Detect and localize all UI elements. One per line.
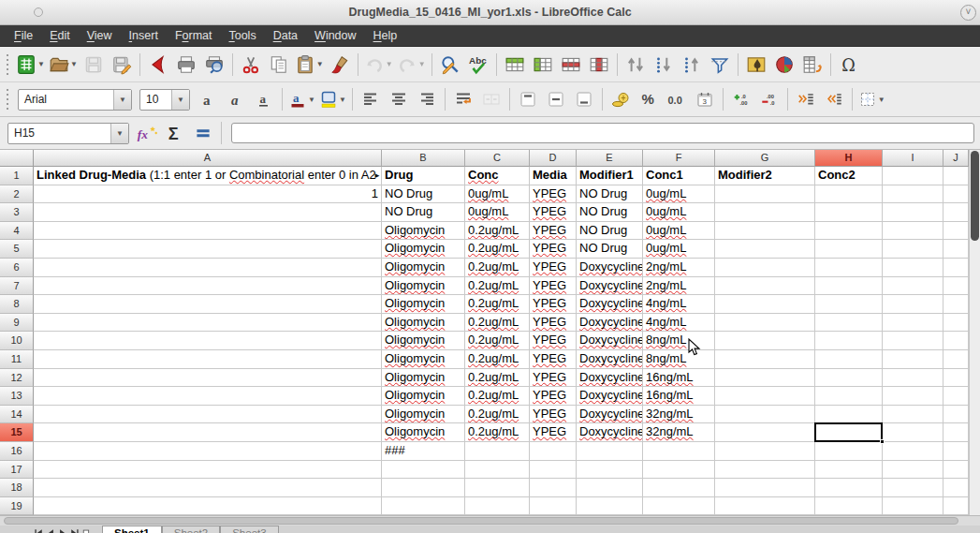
cell-A18[interactable] [34, 479, 382, 497]
cell-D6[interactable]: YPEG [530, 259, 577, 277]
align-right-icon[interactable] [414, 85, 440, 113]
cell-D11[interactable]: YPEG [530, 350, 577, 369]
cell-D14[interactable]: YPEG [530, 406, 577, 424]
cell-J4[interactable] [943, 222, 969, 241]
cell-A4[interactable] [34, 222, 382, 241]
row-header-3[interactable]: 3 [0, 203, 34, 222]
cell-F14[interactable]: 32ng/mL [643, 406, 715, 424]
insert-column-icon[interactable] [530, 51, 556, 79]
cell-G15[interactable] [715, 423, 815, 442]
cell-H8[interactable] [815, 295, 883, 314]
cell-I14[interactable] [883, 406, 943, 424]
copy-icon[interactable] [266, 51, 292, 79]
insert-chart-icon[interactable] [771, 51, 797, 79]
cell-I12[interactable] [883, 369, 943, 388]
row-header-11[interactable]: 11 [0, 350, 34, 369]
cell-A8[interactable] [34, 295, 382, 314]
menu-file[interactable]: File [6, 26, 41, 45]
cell-B11[interactable]: Oligomycin [382, 350, 465, 369]
row-header-13[interactable]: 13 [0, 387, 34, 406]
cell-D1[interactable]: Media [530, 167, 577, 185]
cell-B17[interactable] [382, 461, 465, 480]
toolbar-grip[interactable] [5, 54, 11, 75]
cell-E14[interactable]: Doxycycline [577, 406, 643, 424]
cell-F4[interactable]: 0ug/mL [643, 222, 715, 241]
sheet-tab-sheet1[interactable]: Sheet1 [102, 526, 162, 533]
find-replace-icon[interactable] [437, 51, 463, 79]
cell-A13[interactable] [34, 387, 382, 406]
cell-F3[interactable]: 0ug/mL [643, 203, 715, 222]
cell-B12[interactable]: Oligomycin [382, 369, 465, 388]
cell-H9[interactable] [815, 314, 883, 333]
cell-E16[interactable] [577, 442, 643, 461]
row-header-2[interactable]: 2 [0, 185, 34, 204]
cell-J17[interactable] [943, 461, 969, 480]
sort-icon[interactable] [622, 51, 649, 79]
row-header-16[interactable]: 16 [0, 442, 34, 461]
cell-J9[interactable] [943, 314, 969, 333]
cell-F13[interactable]: 16ng/mL [643, 387, 715, 406]
align-left-icon[interactable] [358, 85, 384, 113]
last-sheet-icon[interactable] [68, 526, 80, 533]
cell-G11[interactable] [715, 350, 815, 369]
row-header-9[interactable]: 9 [0, 314, 34, 333]
cell-C14[interactable]: 0.2ug/mL [465, 406, 530, 424]
vertical-scrollbar[interactable] [969, 150, 980, 515]
cell-J14[interactable] [943, 406, 969, 424]
cell-I4[interactable] [883, 222, 943, 241]
row-header-17[interactable]: 17 [0, 461, 34, 480]
cell-D5[interactable]: YPEG [530, 240, 577, 259]
previous-sheet-icon[interactable] [44, 526, 56, 533]
cell-A9[interactable] [34, 314, 382, 333]
cell-B2[interactable]: NO Drug [382, 185, 465, 204]
cell-E13[interactable]: Doxycycline [577, 387, 643, 406]
column-header-I[interactable]: I [883, 150, 943, 167]
cell-A5[interactable] [34, 240, 382, 259]
cell-J16[interactable] [943, 442, 969, 461]
cell-H17[interactable] [815, 461, 883, 480]
align-bottom-icon[interactable] [571, 85, 597, 113]
cell-C4[interactable]: 0.2ug/mL [465, 222, 530, 241]
cell-E9[interactable]: Doxycycline [577, 314, 643, 333]
menu-data[interactable]: Data [265, 26, 306, 45]
cell-E4[interactable]: NO Drug [577, 222, 643, 241]
cell-I6[interactable] [883, 259, 943, 277]
open-icon[interactable]: ▼ [48, 51, 79, 79]
cell-G4[interactable] [715, 222, 815, 241]
cell-F5[interactable]: 0ug/mL [643, 240, 715, 259]
function-wizard-icon[interactable]: fx [133, 120, 161, 146]
column-header-B[interactable]: B [382, 150, 465, 167]
align-center-icon[interactable] [386, 85, 412, 113]
cell-C10[interactable]: 0.2ug/mL [465, 332, 530, 350]
cell-B16[interactable]: ### [382, 442, 465, 461]
cell-A6[interactable] [34, 259, 382, 277]
column-header-E[interactable]: E [577, 150, 643, 167]
row-header-4[interactable]: 4 [0, 222, 34, 241]
row-header-14[interactable]: 14 [0, 406, 34, 424]
cell-A7[interactable] [34, 277, 382, 296]
cell-F9[interactable]: 4ng/mL [643, 314, 715, 333]
cell-F1[interactable]: Conc1 [643, 167, 715, 185]
cut-icon[interactable] [238, 51, 264, 79]
chevron-down-icon[interactable]: ▼ [37, 60, 45, 68]
cell-H10[interactable] [815, 332, 883, 350]
cell-F15[interactable]: 32ng/mL [643, 423, 715, 442]
cell-J18[interactable] [943, 479, 969, 497]
cell-J12[interactable] [943, 369, 969, 388]
menu-help[interactable]: Help [365, 26, 406, 45]
date-format-icon[interactable]: 3 [692, 85, 718, 113]
cell-A2[interactable]: 1 [34, 185, 382, 204]
chevron-down-icon[interactable]: ˅ [960, 5, 976, 21]
cell-B19[interactable] [382, 497, 465, 515]
cell-D13[interactable]: YPEG [530, 387, 577, 406]
italic-icon[interactable]: a [223, 85, 249, 113]
print-icon[interactable] [173, 51, 199, 79]
row-header-12[interactable]: 12 [0, 369, 34, 388]
spelling-icon[interactable]: Abc [465, 51, 491, 79]
row-header-19[interactable]: 19 [0, 497, 34, 515]
cell-J3[interactable] [943, 203, 969, 222]
cell-I9[interactable] [883, 314, 943, 333]
cell-D16[interactable] [530, 442, 577, 461]
cell-B18[interactable] [382, 479, 465, 497]
save-icon[interactable] [80, 51, 107, 79]
